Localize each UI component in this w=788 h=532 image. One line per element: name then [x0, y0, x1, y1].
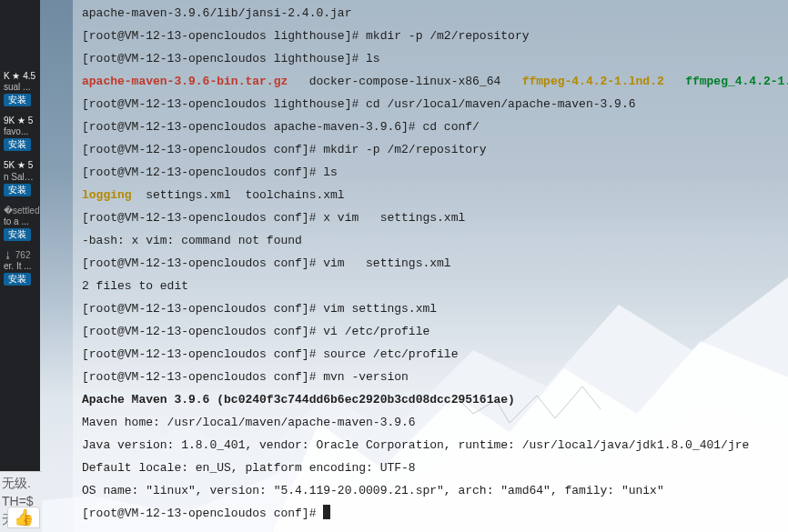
- terminal-text: OS name: "linux", version: "5.4.119-20.0…: [82, 484, 664, 497]
- terminal-text: apache-maven-3.9.6-bin.tar.gz: [82, 75, 288, 88]
- terminal-text: settings.xml toolchains.xml: [132, 188, 345, 202]
- terminal-line: [root@VM-12-13-opencloudos conf]# mkdir …: [82, 138, 779, 161]
- terminal-text: docker-compose-linux-x86_64: [288, 75, 521, 88]
- terminal-text: logging: [82, 188, 132, 202]
- terminal-line: [root@VM-12-13-opencloudos conf]#: [82, 502, 779, 525]
- sidebar-item-name: sual ...: [4, 82, 36, 93]
- terminal-text: [root@VM-12-13-opencloudos conf]# mkdir …: [82, 143, 487, 156]
- sidebar-item-name: n Sale...: [4, 172, 36, 183]
- terminal-line: [root@VM-12-13-opencloudos lighthouse]# …: [82, 93, 779, 115]
- terminal-text: [root@VM-12-13-opencloudos conf]# source…: [82, 347, 458, 361]
- terminal-line: [root@VM-12-13-opencloudos conf]# vi /et…: [82, 320, 779, 343]
- terminal-line: Apache Maven 3.9.6 (bc0240f3c744dd6b6ec2…: [82, 388, 779, 411]
- terminal-line: OS name: "linux", version: "5.4.119-20.0…: [82, 479, 779, 502]
- terminal-text: apache-maven-3.9.6/lib/jansi-2.4.0.jar: [82, 6, 351, 20]
- sidebar-item[interactable]: �settledTransfer 4K to a ... 安装: [0, 202, 40, 246]
- terminal-line: logging settings.xml toolchains.xml: [82, 184, 779, 206]
- terminal-text: [root@VM-12-13-opencloudos lighthouse]# …: [82, 97, 636, 111]
- terminal-text: Maven home: /usr/local/maven/apache-mave…: [82, 416, 416, 429]
- terminal-text: [root@VM-12-13-opencloudos lighthouse]# …: [82, 52, 380, 65]
- sidebar-item-rating: ⭳ 762: [4, 250, 30, 261]
- terminal-text: [root@VM-12-13-opencloudos conf]# vim se…: [82, 302, 437, 316]
- terminal-line: [root@VM-12-13-opencloudos conf]# vim se…: [82, 252, 779, 275]
- install-button[interactable]: 安装: [4, 273, 31, 286]
- terminal-text: [root@VM-12-13-opencloudos conf]# vim se…: [82, 256, 451, 270]
- sidebar-item[interactable]: 5K ★ 5 n Sale... 安装: [0, 156, 40, 201]
- sidebar-item-rating: K ★ 4.5: [4, 71, 35, 81]
- terminal-line: [root@VM-12-13-opencloudos lighthouse]# …: [82, 25, 779, 47]
- terminal-line: [root@VM-12-13-opencloudos apache-maven-…: [82, 115, 779, 138]
- terminal-line: [root@VM-12-13-opencloudos conf]# x vim …: [82, 206, 779, 229]
- sidebar-item-name: favo...: [4, 126, 36, 137]
- sidebar-item-rating: 9K ★ 5: [4, 115, 33, 125]
- sidebar-item-name: to a ...: [4, 216, 36, 227]
- terminal-line: [root@VM-12-13-opencloudos conf]# mvn -v…: [82, 366, 779, 388]
- bottom-text-1: 无级.: [2, 474, 42, 492]
- terminal-text: Default locale: en_US, platform encoding…: [82, 461, 416, 475]
- desktop: K ★ 4.5 sual ... 安装 9K ★ 5 favo... 安装 5K…: [0, 0, 788, 532]
- sidebar-item[interactable]: 9K ★ 5 favo... 安装: [0, 112, 40, 156]
- install-button[interactable]: 安装: [4, 94, 31, 106]
- terminal[interactable]: apache-maven-3.9.6/lib/jansi-2.4.0.jar[r…: [73, 0, 788, 532]
- sidebar-item-rating: �settledTransfer 4K: [4, 206, 40, 216]
- terminal-text: 2 files to edit: [82, 279, 188, 293]
- terminal-text: [root@VM-12-13-opencloudos conf]# vi /et…: [82, 325, 429, 338]
- terminal-text: [root@VM-12-13-opencloudos conf]#: [82, 507, 323, 520]
- terminal-text: [root@VM-12-13-opencloudos conf]# ls: [82, 166, 338, 179]
- terminal-line: apache-maven-3.9.6/lib/jansi-2.4.0.jar: [82, 2, 779, 25]
- install-button[interactable]: 安装: [4, 138, 31, 151]
- terminal-line: Maven home: /usr/local/maven/apache-mave…: [82, 411, 779, 434]
- sidebar-item[interactable]: K ★ 4.5 sual ... 安装: [0, 67, 40, 112]
- terminal-text: [root@VM-12-13-opencloudos lighthouse]# …: [82, 29, 529, 43]
- sidebar-item[interactable]: ⭳ 762 er. It ... 安装: [0, 246, 40, 291]
- terminal-line: Default locale: en_US, platform encoding…: [82, 457, 779, 479]
- sidebar-item-rating: 5K ★ 5: [4, 160, 33, 170]
- terminal-text: ffmpeg_4.4.2-1.lnd.2.zip: [685, 75, 788, 88]
- terminal-text: ffmpeg-4.4.2-1.lnd.2: [522, 75, 664, 88]
- terminal-line: [root@VM-12-13-opencloudos conf]# ls: [82, 161, 779, 184]
- terminal-line: -bash: x vim: command not found: [82, 229, 779, 252]
- install-button[interactable]: 安装: [4, 184, 31, 196]
- terminal-cursor: [323, 505, 330, 519]
- terminal-line: [root@VM-12-13-opencloudos lighthouse]# …: [82, 47, 779, 70]
- terminal-line: 2 files to edit: [82, 275, 779, 297]
- sidebar-item-name: er. It ...: [4, 261, 36, 272]
- terminal-text: [root@VM-12-13-opencloudos conf]# x vim …: [82, 211, 465, 225]
- extensions-sidebar[interactable]: K ★ 4.5 sual ... 安装 9K ★ 5 favo... 安装 5K…: [0, 0, 40, 532]
- terminal-text: Apache Maven 3.9.6 (bc0240f3c744dd6b6ec2…: [82, 393, 515, 407]
- terminal-line: Java version: 1.8.0_401, vendor: Oracle …: [82, 434, 779, 457]
- terminal-text: -bash: x vim: command not found: [82, 234, 302, 247]
- terminal-text: [root@VM-12-13-opencloudos conf]# mvn -v…: [82, 370, 409, 384]
- terminal-text: [root@VM-12-13-opencloudos apache-maven-…: [82, 120, 480, 134]
- install-button[interactable]: 安装: [4, 228, 31, 241]
- terminal-line: [root@VM-12-13-opencloudos conf]# source…: [82, 343, 779, 366]
- terminal-line: [root@VM-12-13-opencloudos conf]# vim se…: [82, 297, 779, 320]
- terminal-line: apache-maven-3.9.6-bin.tar.gz docker-com…: [82, 70, 779, 93]
- terminal-text: Java version: 1.8.0_401, vendor: Oracle …: [82, 438, 749, 452]
- thumbs-up-icon[interactable]: 👍: [7, 507, 40, 528]
- terminal-text: [664, 75, 685, 88]
